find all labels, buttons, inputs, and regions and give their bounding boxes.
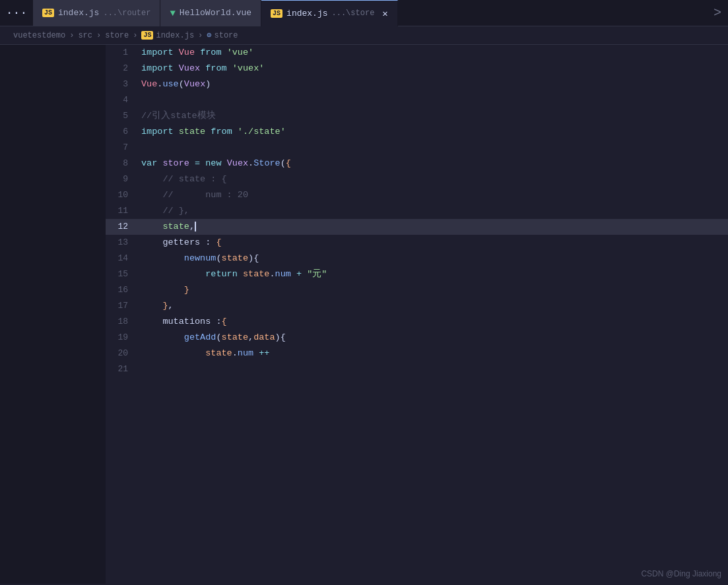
line-content: return state.num + "元" xyxy=(139,266,728,282)
line-number: 15 xyxy=(106,266,139,282)
line-content: getters : { xyxy=(139,235,728,251)
code-lines: 1 import Vue from 'vue' 2 import Vuex fr… xyxy=(106,45,728,377)
line-number: 10 xyxy=(106,187,139,203)
breadcrumb: vuetestdemo › src › store › JS index.js … xyxy=(0,26,728,45)
code-line: 3 Vue.use(Vuex) xyxy=(106,77,728,92)
code-line: 19 getAdd(state,data){ xyxy=(106,330,728,346)
line-number: 4 xyxy=(106,92,139,108)
line-number: 3 xyxy=(106,77,139,92)
tab-extra: > xyxy=(713,5,728,20)
line-number: 13 xyxy=(106,235,139,251)
line-content: } xyxy=(139,282,728,298)
code-line: 4 xyxy=(106,92,728,108)
line-number: 6 xyxy=(106,124,139,140)
code-line: 10 // num : 20 xyxy=(106,187,728,203)
tab-label: index.js xyxy=(286,9,327,18)
code-line: 16 } xyxy=(106,282,728,298)
line-content: // state : { xyxy=(139,171,728,187)
line-content xyxy=(139,92,728,108)
code-line: 17 }, xyxy=(106,298,728,314)
code-line: 14 newnum(state){ xyxy=(106,251,728,266)
line-number: 14 xyxy=(106,251,139,266)
code-line: 2 import Vuex from 'vuex' xyxy=(106,61,728,77)
tab-label: index.js xyxy=(58,8,99,18)
line-content: getAdd(state,data){ xyxy=(139,330,728,346)
line-number: 18 xyxy=(106,314,139,330)
line-content: import Vue from 'vue' xyxy=(139,45,728,61)
code-area[interactable]: 1 import Vue from 'vue' 2 import Vuex fr… xyxy=(106,45,728,584)
line-content: state.num ++ xyxy=(139,346,728,361)
line-number: 2 xyxy=(106,61,139,77)
line-number: 17 xyxy=(106,298,139,314)
code-line: 18 mutations :{ xyxy=(106,314,728,330)
close-tab-button[interactable]: ✕ xyxy=(382,8,387,19)
line-number: 16 xyxy=(106,282,139,298)
line-number: 9 xyxy=(106,171,139,187)
line-content xyxy=(139,361,728,377)
js-icon: JS xyxy=(271,9,282,18)
code-line: 11 // }, xyxy=(106,203,728,219)
js-icon: JS xyxy=(42,9,54,17)
tab-path: ...\router xyxy=(103,9,150,18)
line-number: 8 xyxy=(106,156,139,171)
tab-index-router[interactable]: JS index.js ...\router xyxy=(33,0,160,26)
bc-part: store xyxy=(215,31,238,40)
line-content: mutations :{ xyxy=(139,314,728,330)
line-number: 5 xyxy=(106,108,139,124)
tab-bar: ··· JS index.js ...\router ▼ HelloWorld.… xyxy=(0,0,728,26)
line-number: 20 xyxy=(106,346,139,361)
code-line: 7 xyxy=(106,140,728,156)
editor-area: 1 import Vue from 'vue' 2 import Vuex fr… xyxy=(0,45,728,584)
tab-index-store[interactable]: JS index.js ...\store ✕ xyxy=(261,0,398,26)
code-line: 20 state.num ++ xyxy=(106,346,728,361)
code-line: 5 //引入state模块 xyxy=(106,108,728,124)
code-line: 8 var store = new Vuex.Store({ xyxy=(106,156,728,171)
code-line: 6 import state from './state' xyxy=(106,124,728,140)
line-content: }, xyxy=(139,298,728,314)
code-line: 13 getters : { xyxy=(106,235,728,251)
line-content: import state from './state' xyxy=(139,124,728,140)
tab-label: HelloWorld.vue xyxy=(180,8,251,18)
tab-helloworld-vue[interactable]: ▼ HelloWorld.vue xyxy=(160,0,261,26)
bc-store-badge: ⊙ xyxy=(207,30,211,40)
line-number: 21 xyxy=(106,361,139,377)
line-number: 7 xyxy=(106,140,139,156)
code-line-active: 12 state, xyxy=(106,219,728,235)
line-number: 12 xyxy=(106,219,139,235)
code-line: 21 xyxy=(106,361,728,377)
line-number: 1 xyxy=(106,45,139,61)
line-number: 11 xyxy=(106,203,139,219)
line-content xyxy=(139,140,728,156)
bc-part: src xyxy=(78,31,92,40)
code-line: 9 // state : { xyxy=(106,171,728,187)
line-content: state, xyxy=(139,219,728,235)
tab-overflow-button[interactable]: ··· xyxy=(0,7,33,20)
line-content: var store = new Vuex.Store({ xyxy=(139,156,728,171)
line-content: import Vuex from 'vuex' xyxy=(139,61,728,77)
line-content: Vue.use(Vuex) xyxy=(139,77,728,92)
bc-part: vuetestdemo xyxy=(13,31,65,40)
tab-path: ...\store xyxy=(332,9,375,18)
code-line: 15 return state.num + "元" xyxy=(106,266,728,282)
bc-js-badge: JS xyxy=(141,31,153,40)
bc-part: store xyxy=(105,31,129,40)
line-content: // num : 20 xyxy=(139,187,728,203)
line-content: // }, xyxy=(139,203,728,219)
code-line: 1 import Vue from 'vue' xyxy=(106,45,728,61)
sidebar-gutter xyxy=(0,45,106,584)
bc-part: index.js xyxy=(156,31,194,40)
line-content: newnum(state){ xyxy=(139,251,728,266)
watermark: CSDN @Ding Jiaxiong xyxy=(641,569,721,578)
line-number: 19 xyxy=(106,330,139,346)
line-content: //引入state模块 xyxy=(139,108,728,124)
vue-icon: ▼ xyxy=(170,8,175,18)
